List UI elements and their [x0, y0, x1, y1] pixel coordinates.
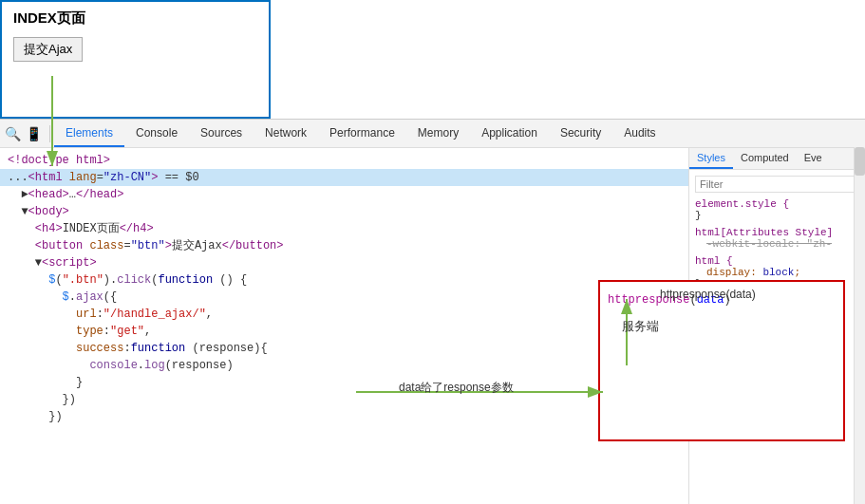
code-line-ajax: $.ajax({ — [0, 289, 688, 306]
tab-event[interactable]: Eve — [797, 148, 830, 169]
tab-computed[interactable]: Computed — [733, 148, 797, 169]
tab-elements[interactable]: Elements — [54, 120, 124, 147]
page-preview: INDEX页面 提交Ajax — [0, 0, 271, 119]
code-line: <!doctype html> — [0, 152, 688, 169]
tab-performance[interactable]: Performance — [318, 120, 406, 147]
tab-styles[interactable]: Styles — [689, 148, 733, 169]
code-line-head: ►<head>…</head> — [0, 186, 688, 203]
inspect-icon[interactable]: 🔍 — [4, 125, 21, 142]
code-line-h4: <h4>INDEX页面</h4> — [0, 220, 688, 237]
filter-input[interactable] — [695, 176, 859, 193]
tab-security[interactable]: Security — [549, 120, 612, 147]
toolbar-icons: 🔍 📱 — [4, 125, 50, 142]
data-annotation-label: data给了response参数 — [399, 380, 514, 396]
code-line-type: type:"get", — [0, 323, 688, 340]
devtools-tabs: Elements Console Sources Network Perform… — [54, 120, 668, 147]
code-panel: <!doctype html> ...<html lang="zh-CN"> =… — [0, 148, 689, 504]
devtools-toolbar: 🔍 📱 Elements Console Sources Network Per… — [0, 120, 865, 148]
tab-network[interactable]: Network — [254, 120, 318, 147]
server-box: httpresponse(data) — [598, 280, 845, 441]
style-rule-element: element.style { } — [695, 198, 859, 221]
code-line-success: success:function (response){ — [0, 340, 688, 357]
code-line-html: ...<html lang="zh-CN"> == $0 — [0, 169, 688, 186]
server-label: 服务端 — [622, 318, 659, 335]
tab-sources[interactable]: Sources — [189, 120, 254, 147]
style-selector-html: html[Attributes Style] — [695, 227, 833, 238]
code-line-body: ▼<body> — [0, 203, 688, 220]
code-line-close3: }) — [0, 408, 688, 425]
code-line-script: ▼<script> — [0, 254, 688, 271]
style-rule-html-attr: html[Attributes Style] -webkit-locale: "… — [695, 227, 859, 250]
tab-audits[interactable]: Audits — [612, 120, 667, 147]
style-prop-display: display: block; — [695, 267, 800, 278]
http-annotation-label: httpresponse(data) — [660, 288, 756, 301]
tab-memory[interactable]: Memory — [406, 120, 470, 147]
scrollbar[interactable] — [854, 147, 865, 504]
styles-tabs: Styles Computed Eve — [689, 148, 865, 170]
style-close: } — [695, 210, 702, 221]
code-line-close1: } — [0, 374, 688, 391]
code-line-url: url:"/handle_ajax/", — [0, 306, 688, 323]
page-title: INDEX页面 — [13, 9, 257, 28]
code-line-close2: }) — [0, 391, 688, 408]
code-line-button: <button class="btn">提交Ajax</button> — [0, 237, 688, 254]
scrollbar-thumb[interactable] — [855, 147, 865, 176]
style-prop-locale: -webkit-locale: "zh- — [695, 238, 832, 250]
style-selector: element.style { — [695, 198, 789, 210]
code-line-console: console.log(response) — [0, 357, 688, 374]
submit-ajax-button[interactable]: 提交Ajax — [13, 37, 83, 62]
tab-console[interactable]: Console — [124, 120, 189, 147]
style-selector-html2: html { — [695, 255, 733, 267]
device-icon[interactable]: 📱 — [25, 125, 42, 142]
code-line-click: $(".btn").click(function () { — [0, 271, 688, 289]
tab-application[interactable]: Application — [470, 120, 549, 147]
